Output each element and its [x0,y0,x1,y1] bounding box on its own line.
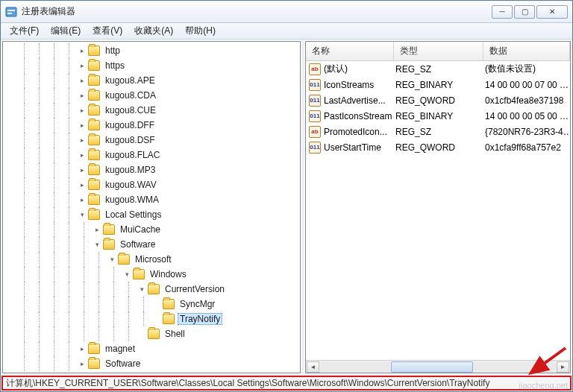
tree-item-label: CurrentVersion [163,283,227,295]
tree-item[interactable]: ▸TrayNotify [3,312,300,326]
list-hscroll[interactable]: ◄ ► [306,360,570,373]
value-name: (默认) [324,63,348,75]
folder-icon [88,150,100,160]
tree-item-label: kugou8.CUE [103,104,158,116]
svg-rect-2 [7,13,12,14]
col-name[interactable]: 名称 [306,42,394,60]
folder-icon [88,344,100,354]
scroll-thumb[interactable] [391,361,474,373]
tree-item-label: Windows [148,268,189,280]
tree-item[interactable]: ▸kugou8.WAV [3,177,300,192]
tree-item[interactable]: ▾Microsoft [3,252,300,267]
tree-item[interactable]: ▾Local Settings [3,207,300,222]
expand-icon[interactable]: ▸ [78,106,87,115]
value-data: 0x1cfa9ff68a757e2 [485,142,570,153]
window-title: 注册表编辑器 [22,5,492,18]
expand-icon[interactable]: ▸ [78,121,87,130]
tree-item[interactable]: ▸kugou8.WMA [3,192,300,207]
tree-item-label: magnet [103,343,137,355]
tree-item[interactable]: ▸kugou8.MP3 [3,162,300,177]
menubar: 文件(F) 编辑(E) 查看(V) 收藏夹(A) 帮助(H) [1,23,572,39]
list-row[interactable]: 011IconStreamsREG_BINARY14 00 00 00 07 0… [306,77,570,92]
list-row[interactable]: ab(默认)REG_SZ(数值未设置) [306,61,570,77]
scroll-track[interactable] [320,361,556,373]
minimize-button[interactable]: ─ [492,5,513,19]
expand-icon[interactable]: ▸ [78,151,87,159]
tree-item[interactable]: ▸kugou8.APE [3,73,300,88]
collapse-icon[interactable]: ▾ [137,285,146,294]
list-row[interactable]: abPromotedIcon...REG_SZ{7820NR76-23R3-4… [306,124,570,139]
folder-icon [148,284,160,294]
window-controls: ─ ▢ ✕ [492,5,568,19]
tree-item-label: kugou8.DSF [103,134,157,146]
expand-icon[interactable]: ▸ [78,46,87,55]
tree-pane[interactable]: ▸http▸https▸kugou8.APE▸kugou8.CDA▸kugou8… [2,41,301,373]
expand-icon[interactable]: ▸ [78,76,87,85]
tree-item-label: kugou8.FLAC [103,149,162,161]
col-data[interactable]: 数据 [483,42,570,60]
tree-item[interactable]: ▸kugou8.DFF [3,118,300,133]
list-header: 名称 类型 数据 [306,42,570,61]
tree-item[interactable]: ▾CurrentVersion [3,282,300,297]
folder-icon [148,329,160,339]
tree-item[interactable]: ▾Windows [3,267,300,282]
folder-icon [88,165,100,175]
scroll-left-icon[interactable]: ◄ [307,361,319,373]
titlebar[interactable]: 注册表编辑器 ─ ▢ ✕ [1,1,572,23]
expand-icon[interactable]: ▸ [78,165,87,174]
menu-view[interactable]: 查看(V) [87,23,128,39]
collapse-icon[interactable]: ▾ [93,240,101,249]
list-row[interactable]: 011PastIconsStreamREG_BINARY14 00 00 00 … [306,108,570,124]
col-type[interactable]: 类型 [394,42,483,60]
folder-icon [88,195,100,205]
tree-item-label: Shell [163,328,187,340]
expand-icon[interactable]: ▸ [78,61,87,70]
folder-icon [163,299,175,309]
tree-item[interactable]: ▾Software [3,237,300,252]
registry-tree: ▸http▸https▸kugou8.APE▸kugou8.CDA▸kugou8… [3,42,300,373]
maximize-button[interactable]: ▢ [514,5,535,19]
expand-icon[interactable]: ▸ [78,195,87,204]
folder-icon [88,209,100,220]
tree-item[interactable]: ▸http [3,43,300,58]
tree-item[interactable]: ▸magnet [3,341,300,356]
list-row[interactable]: 011LastAdvertise...REG_QWORD0x1cfb4fea8e… [306,92,570,108]
expand-icon[interactable]: ▸ [78,344,87,353]
tree-item[interactable]: ▸Shell [3,326,300,341]
scroll-right-icon[interactable]: ► [557,361,569,373]
menu-edit[interactable]: 编辑(E) [45,23,87,39]
collapse-icon[interactable]: ▾ [78,210,87,219]
menu-favorites[interactable]: 收藏夹(A) [128,23,179,39]
expand-icon[interactable]: ▸ [78,180,87,189]
menu-help[interactable]: 帮助(H) [179,23,222,39]
expand-icon[interactable]: ▸ [78,91,87,100]
expand-icon[interactable]: ▸ [93,225,101,234]
tree-item-label: https [103,60,127,72]
tree-item-label: Software [103,358,143,370]
close-button[interactable]: ✕ [536,5,568,19]
expand-icon[interactable]: ▸ [78,359,87,368]
collapse-icon[interactable]: ▾ [122,270,131,279]
list-row[interactable]: 011UserStartTimeREG_QWORD0x1cfa9ff68a757… [306,139,570,155]
tree-item[interactable]: ▸Software [3,356,300,371]
tree-item[interactable]: ▸MuiCache [3,222,300,237]
tree-item-label: Software [118,238,157,250]
value-data: {7820NR76-23R3-4… [485,127,570,137]
tree-item[interactable]: ▸kugou8.CUE [3,103,300,118]
tree-item[interactable]: ▸kugou8.FLAC [3,148,300,162]
folder-icon [88,180,100,190]
folder-icon [163,314,175,324]
tree-item[interactable]: ▸kugou8.DSF [3,133,300,148]
folder-icon [118,254,130,265]
collapse-icon[interactable]: ▾ [107,255,116,264]
folder-icon [88,45,100,56]
folder-icon [133,269,145,279]
splitter[interactable] [301,39,304,375]
tree-item-label: TrayNotify [178,313,222,325]
expand-icon[interactable]: ▸ [78,136,87,145]
tree-item[interactable]: ▸SyncMgr [3,297,300,312]
menu-file[interactable]: 文件(F) [4,23,45,39]
tree-item[interactable]: ▸https [3,58,300,73]
value-name: IconStreams [324,80,374,90]
tree-item[interactable]: ▸kugou8.CDA [3,88,300,103]
